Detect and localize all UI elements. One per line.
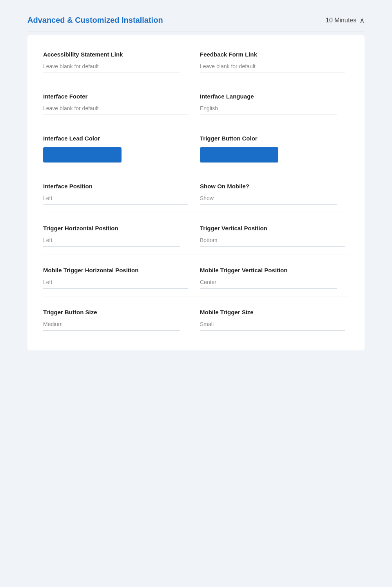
field-item: Trigger Vertical PositionBottom bbox=[196, 213, 353, 255]
field-item: Mobile Trigger Vertical PositionCenter bbox=[196, 255, 353, 297]
color-swatch[interactable] bbox=[43, 147, 122, 163]
field-value: Show bbox=[200, 195, 337, 205]
field-item: Show On Mobile?Show bbox=[196, 171, 353, 213]
field-value: Leave blank for default bbox=[43, 63, 180, 73]
field-label: Feedback Form Link bbox=[200, 51, 345, 58]
field-label: Trigger Vertical Position bbox=[200, 225, 345, 232]
section-header: Advanced & Customized Installation 10 Mi… bbox=[27, 8, 365, 31]
field-value: English bbox=[200, 105, 337, 115]
field-label: Interface Lead Color bbox=[43, 135, 180, 142]
field-value: Small bbox=[200, 321, 345, 331]
field-item: Mobile Trigger SizeSmall bbox=[196, 297, 353, 339]
field-label: Trigger Button Color bbox=[200, 135, 345, 142]
field-label: Mobile Trigger Horizontal Position bbox=[43, 267, 188, 273]
page-container: Advanced & Customized Installation 10 Mi… bbox=[20, 8, 372, 350]
chevron-up-icon[interactable]: ∧ bbox=[359, 16, 365, 25]
field-value: Left bbox=[43, 279, 188, 289]
field-label: Interface Position bbox=[43, 183, 188, 190]
field-item: Trigger Button Color bbox=[196, 123, 353, 171]
field-item: Mobile Trigger Horizontal PositionLeft bbox=[39, 255, 196, 297]
field-value: Medium bbox=[43, 321, 180, 331]
section-meta[interactable]: 10 Minutes ∧ bbox=[326, 16, 365, 25]
duration-label: 10 Minutes bbox=[326, 17, 356, 24]
field-item: Interface PositionLeft bbox=[39, 171, 196, 213]
color-swatch[interactable] bbox=[200, 147, 278, 163]
field-value: Left bbox=[43, 195, 188, 205]
field-item: Trigger Horizontal PositionLeft bbox=[39, 213, 196, 255]
field-item: Feedback Form LinkLeave blank for defaul… bbox=[196, 39, 353, 81]
field-label: Mobile Trigger Size bbox=[200, 309, 345, 315]
field-label: Interface Footer bbox=[43, 93, 188, 100]
field-value: Center bbox=[200, 279, 337, 289]
section-title: Advanced & Customized Installation bbox=[27, 16, 163, 25]
field-label: Interface Language bbox=[200, 93, 337, 100]
field-item: Trigger Button SizeMedium bbox=[39, 297, 196, 339]
field-label: Trigger Button Size bbox=[43, 309, 180, 315]
field-item: Interface FooterLeave blank for default bbox=[39, 81, 196, 123]
field-label: Mobile Trigger Vertical Position bbox=[200, 267, 337, 273]
field-label: Trigger Horizontal Position bbox=[43, 225, 180, 232]
field-value: Leave blank for default bbox=[43, 105, 188, 115]
field-item: Interface Lead Color bbox=[39, 123, 196, 171]
field-label: Show On Mobile? bbox=[200, 183, 337, 190]
content-card: Accessibility Statement LinkLeave blank … bbox=[27, 35, 365, 350]
field-value: Leave blank for default bbox=[200, 63, 345, 73]
field-item: Interface LanguageEnglish bbox=[196, 81, 353, 123]
field-label: Accessibility Statement Link bbox=[43, 51, 180, 58]
field-value: Bottom bbox=[200, 237, 345, 247]
field-item: Accessibility Statement LinkLeave blank … bbox=[39, 39, 196, 81]
fields-grid: Accessibility Statement LinkLeave blank … bbox=[39, 39, 353, 339]
field-value: Left bbox=[43, 237, 180, 247]
